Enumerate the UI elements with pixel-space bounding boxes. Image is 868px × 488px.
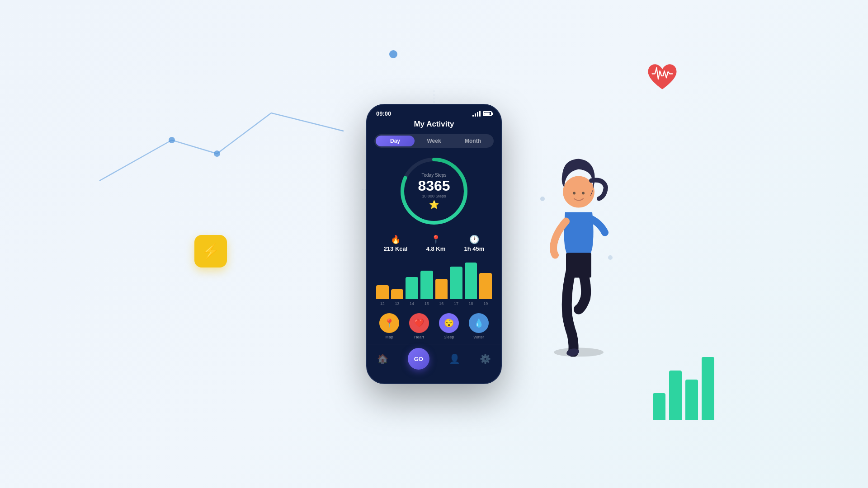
- map-icon: 📍: [384, 318, 394, 328]
- heart-label: Heart: [414, 335, 424, 339]
- bottom-icon-sleep[interactable]: 😴 Sleep: [439, 313, 459, 339]
- calories-value: 213 Kcal: [384, 245, 408, 252]
- status-bar: 09:00: [367, 105, 501, 120]
- bars-container: [376, 258, 492, 299]
- bar-item-18: [465, 258, 477, 299]
- bar-label-13: 13: [391, 301, 404, 306]
- nav-settings[interactable]: ⚙️: [480, 353, 491, 364]
- svg-point-8: [554, 348, 604, 357]
- heart-rate-badge: [637, 54, 687, 104]
- time-display: 09:00: [376, 110, 391, 117]
- screen-title: My Activity: [374, 120, 494, 129]
- bar-13: [391, 289, 404, 300]
- distance-icon: 📍: [426, 235, 446, 244]
- bar-label-12: 12: [376, 301, 389, 306]
- green-bar-2: [669, 371, 682, 420]
- water-circle[interactable]: 💧: [469, 313, 489, 333]
- bar-19: [479, 273, 492, 300]
- bar-item-14: [406, 258, 418, 299]
- bar-item-19: [479, 258, 492, 299]
- stat-distance: 📍 4.8 Km: [426, 235, 446, 252]
- bar-label-18: 18: [465, 301, 477, 306]
- map-label: Map: [385, 335, 393, 339]
- steps-star: ⭐: [418, 200, 450, 210]
- svg-point-2: [389, 50, 397, 58]
- bar-18: [465, 263, 477, 299]
- bar-item-16: [435, 258, 448, 299]
- svg-point-3: [540, 197, 545, 201]
- calories-icon: 🔥: [384, 235, 408, 244]
- bottom-icon-water[interactable]: 💧 Water: [469, 313, 489, 339]
- steps-circle: Today Steps 8365 10 000 Steps ⭐: [398, 155, 470, 227]
- sleep-circle[interactable]: 😴: [439, 313, 459, 333]
- signal-icon: [472, 111, 481, 117]
- water-label: Water: [473, 335, 484, 339]
- heart-icon: ❤️: [414, 318, 424, 328]
- bar-label-16: 16: [435, 301, 448, 306]
- steps-circle-container: Today Steps 8365 10 000 Steps ⭐: [374, 155, 494, 227]
- steps-number: 8365: [418, 178, 450, 193]
- svg-point-0: [169, 137, 175, 143]
- bar-item-12: [376, 258, 389, 299]
- svg-rect-13: [566, 253, 591, 278]
- bottom-icons-row[interactable]: 📍 Map ❤️ Heart 😴 Sleep: [374, 313, 494, 339]
- lightning-badge: ⚡: [194, 235, 227, 267]
- steps-goal: 10 000 Steps: [418, 194, 450, 198]
- phone-mockup: 09:00 My Activity Day Week: [366, 104, 502, 384]
- status-icons: [472, 111, 492, 117]
- bottom-icon-map[interactable]: 📍 Map: [379, 313, 399, 339]
- svg-point-1: [214, 150, 220, 157]
- lightning-icon: ⚡: [202, 243, 220, 260]
- steps-label: Today Steps: [418, 173, 450, 178]
- stat-time: 🕐 1h 45m: [464, 235, 485, 252]
- stats-row: 🔥 213 Kcal 📍 4.8 Km 🕐 1h 45m: [374, 235, 494, 252]
- bar-16: [435, 279, 448, 299]
- bar-item-17: [450, 258, 462, 299]
- tab-selector[interactable]: Day Week Month: [374, 134, 494, 148]
- nav-home[interactable]: 🏠: [377, 353, 388, 364]
- tab-day[interactable]: Day: [376, 136, 415, 146]
- svg-point-11: [573, 192, 576, 195]
- heart-circle[interactable]: ❤️: [409, 313, 429, 333]
- bar-label-14: 14: [406, 301, 418, 306]
- green-bar-4: [702, 357, 714, 420]
- green-bar-1: [653, 393, 665, 420]
- sleep-label: Sleep: [443, 335, 454, 339]
- battery-icon: [483, 111, 492, 116]
- stat-calories: 🔥 213 Kcal: [384, 235, 408, 252]
- svg-point-5: [608, 255, 613, 260]
- bar-14: [406, 277, 418, 300]
- nav-profile[interactable]: 👤: [449, 353, 460, 364]
- bar-15: [420, 271, 433, 299]
- bottom-icon-heart[interactable]: ❤️ Heart: [409, 313, 429, 339]
- runner-figure: [529, 122, 628, 357]
- nav-bar[interactable]: 🏠 GO 👤 ⚙️: [367, 344, 501, 373]
- nav-go-button[interactable]: GO: [408, 348, 429, 370]
- water-icon: 💧: [474, 318, 484, 328]
- time-value: 1h 45m: [464, 245, 485, 252]
- activity-bar-chart: 12 13 14 15 16 17 18 19: [374, 258, 494, 306]
- bar-labels: 12 13 14 15 16 17 18 19: [376, 301, 492, 306]
- bar-12: [376, 285, 389, 300]
- screen-content: My Activity Day Week Month: [367, 120, 501, 339]
- time-icon: 🕐: [464, 235, 485, 244]
- svg-point-9: [566, 347, 580, 357]
- svg-point-10: [563, 176, 594, 208]
- distance-value: 4.8 Km: [426, 245, 446, 252]
- map-circle[interactable]: 📍: [379, 313, 399, 333]
- bar-label-19: 19: [479, 301, 492, 306]
- bar-17: [450, 267, 462, 299]
- bar-item-13: [391, 258, 404, 299]
- sleep-icon: 😴: [444, 318, 454, 328]
- phone-screen: 09:00 My Activity Day Week: [366, 104, 502, 384]
- steps-info: Today Steps 8365 10 000 Steps ⭐: [418, 173, 450, 210]
- bar-label-17: 17: [450, 301, 462, 306]
- green-bars-decoration: [653, 357, 714, 420]
- green-bar-3: [685, 380, 698, 420]
- tab-week[interactable]: Week: [415, 136, 453, 146]
- tab-month[interactable]: Month: [453, 136, 492, 146]
- bar-item-15: [420, 258, 433, 299]
- svg-point-12: [582, 192, 585, 195]
- bar-label-15: 15: [420, 301, 433, 306]
